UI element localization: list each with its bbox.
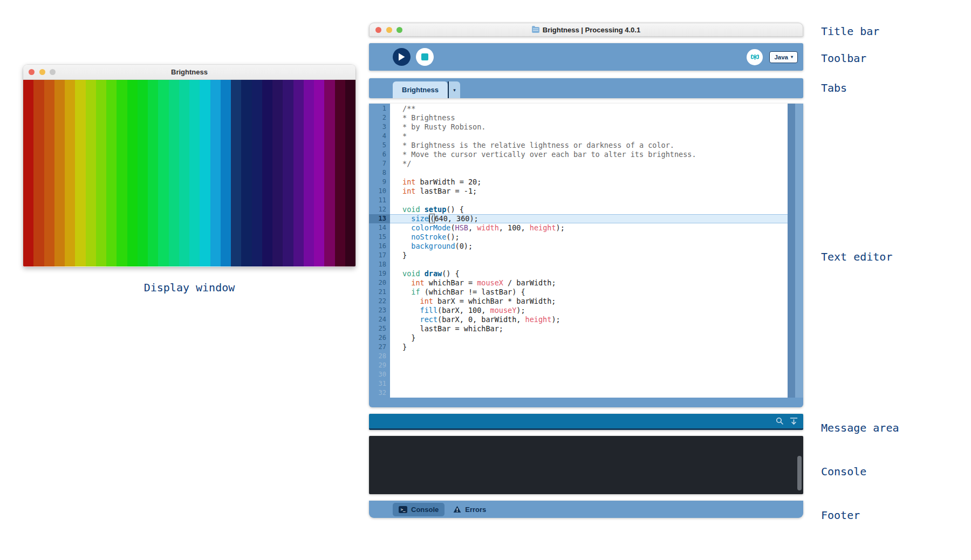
color-bar	[345, 80, 355, 267]
code-line[interactable]: * Brightness is the relative lightness o…	[390, 141, 788, 150]
code-line[interactable]: background(0);	[390, 242, 788, 251]
color-bar	[210, 80, 221, 267]
code-line[interactable]: }	[390, 343, 788, 352]
line-number: 30	[369, 370, 390, 379]
line-number: 2	[369, 113, 390, 122]
line-number: 25	[369, 324, 390, 333]
code-line[interactable]: void setup() {	[390, 205, 788, 214]
annotation-footer: Footer	[821, 509, 860, 522]
line-number: 16	[369, 242, 390, 251]
footer-errors-tab[interactable]: Errors	[453, 506, 486, 514]
code-line[interactable]: }	[390, 333, 788, 343]
editor-scrollbar-track[interactable]	[795, 104, 803, 398]
message-area	[369, 414, 803, 430]
console[interactable]	[369, 436, 803, 494]
editor-scrollbar-thumb[interactable]	[788, 104, 795, 398]
color-bar	[158, 80, 168, 267]
color-bar	[117, 80, 127, 267]
line-number: 24	[369, 315, 390, 324]
run-button[interactable]	[393, 48, 411, 66]
code-line[interactable]: * Move the cursor vertically over each b…	[390, 150, 788, 159]
color-bar	[293, 80, 304, 267]
color-bar	[65, 80, 75, 267]
color-bar	[262, 80, 272, 267]
text-editor: 1234567891011121314151617181920212223242…	[369, 104, 803, 407]
tab-bar: Brightness ▾	[369, 78, 803, 98]
code-line[interactable]: int lastBar = -1;	[390, 187, 788, 196]
code-line[interactable]	[390, 379, 788, 388]
code-line[interactable]	[390, 260, 788, 269]
terminal-icon: >_	[399, 506, 407, 513]
color-bar	[179, 80, 189, 267]
code-line[interactable]	[390, 352, 788, 361]
code-line[interactable]	[390, 168, 788, 177]
code-line[interactable]	[390, 361, 788, 370]
console-scrollbar-thumb[interactable]	[797, 456, 802, 490]
code-line[interactable]: /**	[390, 104, 788, 113]
code-line[interactable]	[390, 388, 788, 398]
search-icon[interactable]	[776, 417, 784, 425]
debug-butterfly-icon	[750, 53, 760, 61]
line-number: 21	[369, 288, 390, 297]
code-line[interactable]	[390, 370, 788, 379]
code-line[interactable]	[390, 196, 788, 205]
color-bar	[221, 80, 231, 267]
line-number: 27	[369, 343, 390, 352]
color-bar	[272, 80, 283, 267]
display-window-title: Brightness	[23, 68, 355, 76]
color-bar	[106, 80, 117, 267]
scroll-to-bottom-icon[interactable]	[790, 417, 798, 425]
mode-menu[interactable]: Java ▾	[769, 51, 798, 63]
code-line[interactable]: lastBar = whichBar;	[390, 324, 788, 333]
code-line[interactable]: int whichBar = mouseX / barWidth;	[390, 278, 788, 288]
line-number: 31	[369, 379, 390, 388]
line-number: 14	[369, 223, 390, 233]
code-line[interactable]: rect(barX, 0, barWidth, height);	[390, 315, 788, 324]
line-number: 4	[369, 132, 390, 141]
tab-brightness[interactable]: Brightness	[393, 81, 448, 98]
ide-title-group: Brightness | Processing 4.0.1	[370, 26, 803, 34]
code-line[interactable]: int barWidth = 20;	[390, 177, 788, 187]
color-bar	[138, 80, 148, 267]
footer-console-tab[interactable]: >_ Console	[393, 503, 445, 516]
annotation-title-bar: Title bar	[821, 25, 879, 38]
code-line[interactable]: if (whichBar != lastBar) {	[390, 288, 788, 297]
annotation-text-editor: Text editor	[821, 250, 892, 263]
code-line[interactable]: size(640, 360);	[390, 214, 788, 223]
sketch-canvas[interactable]	[23, 80, 355, 267]
color-bar	[23, 80, 33, 267]
ide-titlebar[interactable]: Brightness | Processing 4.0.1	[369, 23, 803, 37]
color-bar	[75, 80, 85, 267]
editor-gutter: 1234567891011121314151617181920212223242…	[369, 104, 390, 398]
chevron-down-icon: ▾	[791, 54, 793, 59]
color-bar	[54, 80, 65, 267]
code-line[interactable]: colorMode(HSB, width, 100, height);	[390, 223, 788, 233]
footer-console-label: Console	[411, 506, 439, 514]
code-line[interactable]: }	[390, 251, 788, 260]
tab-label: Brightness	[402, 86, 439, 94]
code-line[interactable]: *	[390, 132, 788, 141]
mode-menu-label: Java	[774, 54, 788, 60]
tab-menu-button[interactable]: ▾	[449, 81, 460, 98]
line-number: 1	[369, 104, 390, 113]
display-window-titlebar[interactable]: Brightness	[23, 65, 355, 80]
warning-icon	[453, 506, 461, 513]
color-bar	[314, 80, 324, 267]
code-line[interactable]: int barX = whichBar * barWidth;	[390, 297, 788, 306]
code-line[interactable]: * by Rusty Robison.	[390, 122, 788, 132]
code-line[interactable]: * Brightness	[390, 113, 788, 122]
color-bar	[86, 80, 96, 267]
stop-button[interactable]	[416, 48, 434, 66]
code-line[interactable]: void draw() {	[390, 269, 788, 278]
color-bar	[241, 80, 251, 267]
line-number: 20	[369, 278, 390, 288]
code-line[interactable]: */	[390, 159, 788, 168]
line-number: 12	[369, 205, 390, 214]
debug-button[interactable]	[747, 49, 763, 65]
footer: >_ Console Errors	[369, 501, 803, 518]
line-number: 29	[369, 361, 390, 370]
code-line[interactable]: noStroke();	[390, 233, 788, 242]
line-number: 26	[369, 333, 390, 343]
code-line[interactable]: fill(barX, 100, mouseY);	[390, 306, 788, 315]
editor-code[interactable]: /*** Brightness* by Rusty Robison.** Bri…	[390, 104, 788, 398]
